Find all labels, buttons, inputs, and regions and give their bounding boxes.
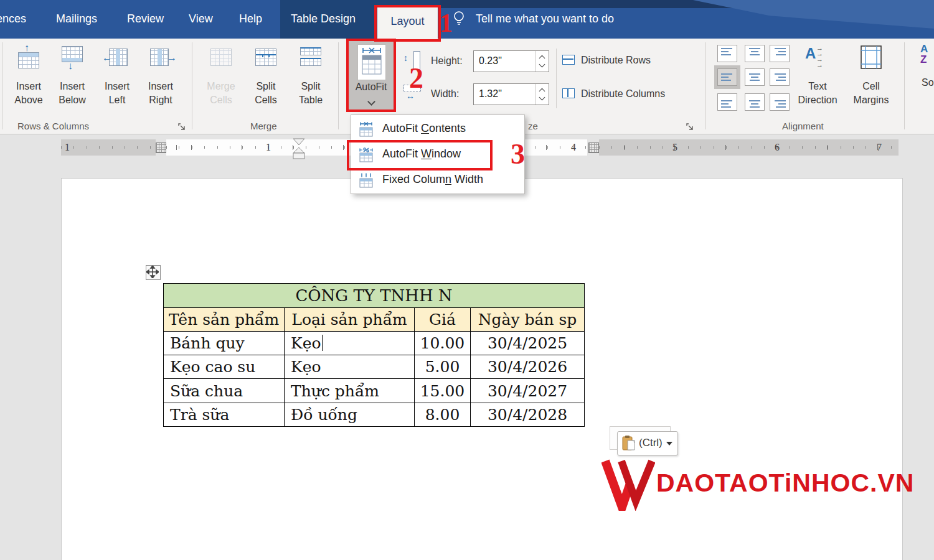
split-table-button[interactable]: SplitTable bbox=[290, 41, 331, 131]
fixed-column-width-icon bbox=[359, 172, 374, 189]
tab-layout-selected[interactable]: Layout bbox=[377, 7, 438, 39]
autofit-dropdown-menu: AutoFit Contents AutoFit Window Fixed Co… bbox=[351, 114, 525, 194]
width-spinner[interactable] bbox=[535, 84, 549, 105]
table-cell[interactable]: Bánh quy bbox=[164, 332, 285, 355]
merge-cells-button: MergeCells bbox=[200, 41, 242, 131]
align-bottom-left-button[interactable] bbox=[717, 93, 737, 111]
align-top-right-button[interactable] bbox=[770, 45, 790, 62]
split-cells-button[interactable]: SplitCells bbox=[245, 41, 286, 131]
rows-columns-group-label: Rows & Columns bbox=[17, 121, 89, 131]
tab-mailings[interactable]: Mailings bbox=[56, 12, 97, 26]
distribute-rows-icon bbox=[562, 55, 575, 65]
tab-review[interactable]: Review bbox=[127, 12, 164, 26]
table-cell[interactable]: 30/4/2025 bbox=[471, 332, 585, 355]
align-center-left-button-selected[interactable] bbox=[717, 68, 737, 86]
tab-help[interactable]: Help bbox=[239, 12, 262, 26]
word-window: rences Mailings Review View Help Table D… bbox=[0, 0, 934, 560]
table-cell-with-caret[interactable]: Kẹo bbox=[285, 332, 415, 355]
autofit-button[interactable]: AutoFit bbox=[349, 40, 394, 110]
caret-down-icon bbox=[666, 442, 672, 446]
alignment-group-label: Alignment bbox=[782, 121, 824, 131]
table-header-cell[interactable]: Loại sản phẩm bbox=[285, 308, 415, 332]
insert-below-button[interactable]: ↓ InsertBelow bbox=[52, 41, 92, 131]
merge-group-label: Merge bbox=[250, 121, 277, 131]
table-move-handle[interactable] bbox=[146, 265, 161, 280]
menu-item-autofit-window[interactable]: AutoFit Window bbox=[351, 142, 524, 167]
group-divider bbox=[705, 42, 706, 129]
sort-z-icon: Z bbox=[920, 54, 927, 65]
insert-left-button[interactable]: ← InsertLeft bbox=[97, 41, 137, 131]
sort-a-icon: A bbox=[920, 44, 928, 54]
cell-size-dialog-launcher[interactable] bbox=[686, 122, 694, 133]
table-header-cell[interactable]: Giá bbox=[415, 308, 471, 332]
text-direction-button[interactable]: A → → → → TextDirection bbox=[797, 41, 838, 131]
width-input[interactable]: 1.32" bbox=[473, 83, 549, 105]
height-spinner[interactable] bbox=[535, 51, 549, 72]
align-top-center-button[interactable] bbox=[745, 45, 765, 62]
menu-item-autofit-contents[interactable]: AutoFit Contents bbox=[351, 116, 524, 142]
annotation-number-3: 3 bbox=[511, 140, 525, 169]
table-cell[interactable]: 30/4/2026 bbox=[471, 355, 585, 379]
group-divider bbox=[338, 42, 339, 129]
text-direction-icon: A → → → → bbox=[805, 45, 830, 70]
ruler-table-column-marker[interactable] bbox=[588, 142, 599, 153]
table-title-cell[interactable]: CÔNG TY TNHH N bbox=[164, 284, 585, 308]
table-cell[interactable]: 15.00 bbox=[415, 379, 471, 403]
insert-below-icon: ↓ bbox=[60, 45, 85, 70]
align-center-button[interactable] bbox=[745, 68, 765, 86]
menu-item-fixed-column-width[interactable]: Fixed Column Width bbox=[351, 167, 524, 193]
table-cell[interactable]: Trà sữa bbox=[164, 403, 285, 427]
watermark-text: DAOTAOTiNHOC.VN bbox=[656, 469, 914, 498]
cell-size-group-label-partial: ze bbox=[528, 121, 538, 131]
annotation-number-2: 2 bbox=[409, 64, 423, 93]
insert-above-button[interactable]: ↑ InsertAbove bbox=[9, 41, 49, 131]
height-label: Height: bbox=[431, 55, 463, 67]
chevron-down-icon bbox=[367, 98, 375, 106]
paste-options-label: (Ctrl) bbox=[639, 437, 663, 449]
watermark: DAOTAOTiNHOC.VN bbox=[601, 456, 894, 512]
insert-right-icon: → bbox=[148, 45, 173, 70]
indent-markers[interactable] bbox=[293, 138, 305, 164]
document-table[interactable]: CÔNG TY TNHH N Tên sản phẩm Loại sản phẩ… bbox=[163, 283, 585, 427]
merge-cells-icon bbox=[209, 45, 234, 70]
table-header-cell[interactable]: Ngày bán sp bbox=[471, 308, 585, 332]
split-cells-icon bbox=[253, 45, 278, 70]
tell-me-box[interactable]: Tell me what you want to do bbox=[476, 12, 614, 26]
group-divider bbox=[904, 42, 905, 129]
height-input[interactable]: 0.23" bbox=[473, 50, 549, 72]
tab-view[interactable]: View bbox=[189, 12, 213, 26]
menu-bar: rences Mailings Review View Help Table D… bbox=[0, 0, 934, 39]
align-top-left-button[interactable] bbox=[717, 45, 737, 62]
tab-references-partial[interactable]: rences bbox=[0, 12, 26, 26]
rows-columns-dialog-launcher[interactable] bbox=[178, 122, 186, 133]
table-cell[interactable]: Đồ uống bbox=[285, 403, 415, 427]
autofit-contents-icon bbox=[359, 121, 374, 138]
table-cell[interactable]: 8.00 bbox=[415, 403, 471, 427]
autofit-icon bbox=[357, 44, 386, 80]
tab-table-design[interactable]: Table Design bbox=[291, 12, 356, 26]
table-cell[interactable]: Kẹo bbox=[285, 355, 415, 379]
table-cell[interactable]: 30/4/2028 bbox=[471, 403, 585, 427]
width-label: Width: bbox=[431, 88, 459, 100]
align-center-right-button[interactable] bbox=[770, 68, 790, 86]
table-cell[interactable]: 5.00 bbox=[415, 355, 471, 379]
cell-margins-button[interactable]: CellMargins bbox=[847, 41, 895, 131]
table-cell[interactable]: Thực phẩm bbox=[285, 379, 415, 403]
ruler-left-margin: 1 bbox=[61, 139, 156, 156]
cell-margins-icon bbox=[859, 45, 884, 70]
table-cell[interactable]: 30/4/2027 bbox=[471, 379, 585, 403]
autofit-window-icon bbox=[359, 147, 374, 163]
align-bottom-right-button[interactable] bbox=[770, 93, 790, 111]
table-cell[interactable]: Kẹo cao su bbox=[164, 355, 285, 379]
group-divider bbox=[2, 42, 2, 129]
paste-options-button[interactable]: (Ctrl) bbox=[617, 431, 678, 455]
clipboard-icon bbox=[622, 435, 637, 454]
group-divider bbox=[192, 42, 192, 129]
table-cell[interactable]: Sữa chua bbox=[164, 379, 285, 403]
text-cursor bbox=[322, 335, 323, 351]
table-header-cell[interactable]: Tên sản phẩm bbox=[164, 308, 285, 332]
insert-right-button[interactable]: → InsertRight bbox=[141, 41, 181, 131]
ruler-table-column-marker[interactable] bbox=[156, 142, 166, 153]
align-bottom-center-button[interactable] bbox=[745, 93, 765, 111]
table-cell[interactable]: 10.00 bbox=[415, 332, 471, 355]
